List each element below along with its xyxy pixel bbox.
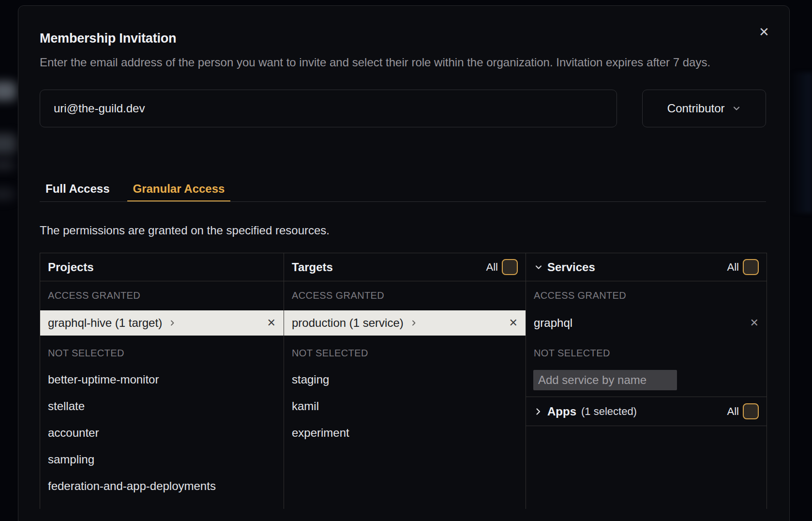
projects-header-label: Projects — [48, 260, 94, 274]
services-empty-area — [526, 426, 767, 509]
list-item[interactable]: accounter — [40, 419, 284, 446]
target-row-production[interactable]: production (1 service) ✕ — [284, 310, 526, 336]
services-section: ACCESS GRANTED graphql ✕ NOT SELECTED — [526, 281, 767, 397]
remove-icon[interactable]: ✕ — [509, 318, 518, 328]
email-input[interactable] — [40, 90, 617, 127]
add-service-input[interactable] — [533, 370, 677, 390]
list-item-label: better-uptime-monitor — [48, 373, 159, 386]
list-item[interactable]: federation-and-app-deployments — [40, 473, 284, 499]
services-all-checkbox[interactable] — [743, 259, 759, 275]
apps-label: Apps — [547, 405, 576, 418]
targets-column-header: Targets All — [284, 253, 526, 281]
services-header-label: Services — [547, 260, 595, 274]
list-item[interactable]: staging — [284, 366, 526, 393]
apps-all-checkbox[interactable] — [743, 403, 759, 419]
background-blur-artifact — [0, 160, 15, 170]
tab-granular-access[interactable]: Granular Access — [127, 179, 231, 201]
apps-selected-count: (1 selected) — [581, 405, 637, 418]
table-header-row: Projects Targets All Services All — [40, 253, 767, 281]
projects-column: ACCESS GRANTED graphql-hive (1 target) ✕… — [40, 281, 284, 509]
list-item-label: staging — [292, 373, 329, 386]
apps-row[interactable]: Apps (1 selected) All — [526, 397, 767, 426]
target-row-label: production (1 service) — [292, 316, 404, 330]
service-row-graphql[interactable]: graphql ✕ — [526, 310, 767, 336]
services-column-header[interactable]: Services All — [526, 253, 767, 281]
chevron-down-icon — [534, 262, 543, 272]
services-all-label: All — [727, 261, 739, 274]
background-blur-artifact — [0, 81, 16, 101]
dialog-description: Enter the email address of the person yo… — [40, 53, 766, 72]
project-row-graphql-hive[interactable]: graphql-hive (1 target) ✕ — [40, 310, 284, 336]
background-blur-artifact — [0, 134, 16, 154]
list-item-label: stellate — [48, 399, 85, 413]
project-row-label: graphql-hive (1 target) — [48, 316, 162, 330]
service-row-label: graphql — [534, 316, 572, 330]
membership-invitation-dialog: ✕ Membership Invitation Enter the email … — [18, 5, 790, 521]
background-blur-artifact — [791, 73, 812, 213]
list-item[interactable]: kamil — [284, 393, 526, 419]
permissions-note: The permissions are granted on the speci… — [40, 221, 766, 240]
remove-icon[interactable]: ✕ — [750, 318, 759, 328]
list-item-label: accounter — [48, 426, 99, 440]
targets-column: ACCESS GRANTED production (1 service) ✕ … — [284, 281, 526, 509]
role-select[interactable]: Contributor — [642, 90, 766, 127]
list-item[interactable]: better-uptime-monitor — [40, 366, 284, 393]
services-not-selected-label: NOT SELECTED — [534, 346, 759, 360]
background-blur-artifact — [0, 188, 15, 200]
list-item[interactable]: stellate — [40, 393, 284, 419]
list-item[interactable]: experiment — [284, 419, 526, 446]
chevron-right-icon — [410, 320, 417, 326]
table-body: ACCESS GRANTED graphql-hive (1 target) ✕… — [40, 281, 767, 509]
projects-not-selected-label: NOT SELECTED — [48, 346, 276, 360]
projects-not-selected-list: better-uptime-monitor stellate accounter… — [40, 366, 284, 499]
chevron-down-icon — [732, 104, 741, 113]
targets-all-label: All — [486, 261, 498, 274]
apps-all-group: All — [727, 403, 759, 419]
close-icon[interactable]: ✕ — [756, 24, 772, 40]
list-item-label: federation-and-app-deployments — [48, 479, 216, 493]
role-select-value: Contributor — [667, 102, 725, 115]
targets-not-selected-label: NOT SELECTED — [292, 346, 518, 360]
list-item[interactable]: sampling — [40, 446, 284, 473]
services-access-granted-label: ACCESS GRANTED — [534, 288, 759, 303]
remove-icon[interactable]: ✕ — [267, 318, 276, 328]
dialog-title: Membership Invitation — [40, 29, 766, 48]
targets-access-granted-label: ACCESS GRANTED — [292, 288, 518, 303]
targets-not-selected-list: staging kamil experiment — [284, 366, 526, 446]
invite-row: Contributor — [40, 90, 766, 127]
targets-all-group: All — [486, 259, 518, 275]
access-tabs: Full Access Granular Access — [40, 179, 766, 202]
list-item-label: experiment — [292, 426, 349, 440]
services-column: ACCESS GRANTED graphql ✕ NOT SELECTED Ap… — [526, 281, 767, 509]
resources-table: Projects Targets All Services All — [40, 253, 767, 509]
chevron-right-icon — [534, 407, 542, 416]
targets-header-label: Targets — [292, 260, 333, 274]
list-item-label: sampling — [48, 453, 94, 466]
chevron-right-icon — [169, 320, 176, 326]
apps-all-label: All — [727, 405, 739, 418]
projects-access-granted-label: ACCESS GRANTED — [48, 288, 276, 303]
services-all-group: All — [727, 259, 759, 275]
list-item-label: kamil — [292, 399, 319, 413]
tab-full-access[interactable]: Full Access — [40, 179, 116, 201]
projects-column-header: Projects — [40, 253, 284, 281]
targets-all-checkbox[interactable] — [502, 259, 518, 275]
